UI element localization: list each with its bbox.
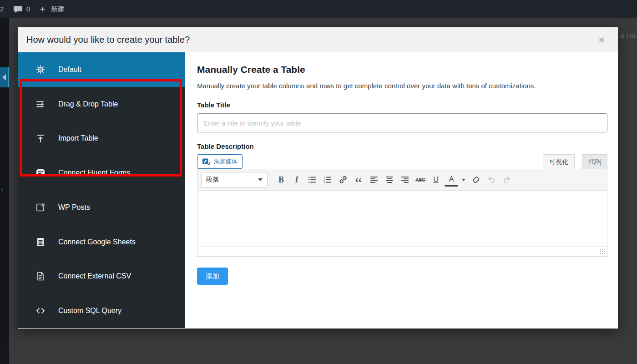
underline-button[interactable]: U — [429, 173, 443, 187]
sidebar-item-wp-posts[interactable]: WP Posts — [18, 190, 185, 225]
add-submit-button[interactable]: 添加 — [197, 268, 228, 285]
tab-code[interactable]: 代码 — [582, 154, 607, 169]
undo-icon[interactable] — [485, 173, 498, 187]
redo-icon[interactable] — [500, 173, 514, 187]
modal-body: Default Drag & Drop Table Import Ta — [18, 52, 618, 328]
modal-header: How would you like to create your table?… — [18, 27, 618, 52]
sidebar-item-connect-google-sheets[interactable]: Connect Google Sheets — [18, 225, 185, 259]
sidebar-item-label: Connect Fluent Forms — [58, 169, 130, 177]
resize-grip-icon[interactable] — [600, 249, 606, 255]
background-page-text: & Do — [620, 32, 635, 40]
sidebar-item-label: Connect Google Sheets — [58, 238, 136, 246]
chevron-down-icon — [258, 178, 263, 181]
comment-count[interactable]: 0 — [26, 0, 30, 18]
bullet-list-icon[interactable] — [305, 173, 319, 187]
upload-icon — [35, 133, 46, 144]
table-title-input[interactable] — [197, 113, 607, 132]
tab-visual[interactable]: 可视化 — [543, 154, 575, 169]
table-description-label: Table Description — [197, 142, 607, 150]
sidebar-item-label: Custom SQL Query — [58, 307, 121, 315]
media-icon — [202, 157, 211, 166]
paragraph-format-value: 段落 — [206, 176, 219, 184]
panel-description: Manually create your table columns and r… — [197, 82, 607, 90]
collapse-menu-icon[interactable] — [0, 187, 3, 192]
align-left-icon[interactable] — [367, 173, 381, 187]
create-table-modal: How would you like to create your table?… — [18, 27, 618, 329]
new-plus-icon[interactable]: + — [40, 0, 45, 18]
editor-content-area[interactable] — [197, 191, 607, 246]
rich-text-editor: 段落 B I — [197, 169, 607, 257]
editor-top-row: 添加媒体 可视化 代码 — [197, 154, 607, 169]
numbered-list-icon[interactable]: 1 2 3 — [321, 173, 334, 187]
link-icon[interactable] — [336, 173, 350, 187]
manual-table-panel: Manually Create a Table Manually create … — [185, 52, 618, 328]
editor-status-bar — [197, 246, 607, 256]
update-count[interactable]: 2 — [0, 0, 4, 18]
active-menu-item[interactable] — [0, 67, 9, 87]
paragraph-format-select[interactable]: 段落 — [201, 172, 268, 187]
strikethrough-button[interactable]: ABC — [414, 173, 427, 187]
sidebar-item-default[interactable]: Default — [18, 52, 185, 87]
italic-button[interactable]: I — [290, 173, 303, 187]
drag-drop-lines-icon — [35, 99, 46, 110]
sidebar-item-label: WP Posts — [58, 203, 90, 212]
fluent-forms-icon — [35, 167, 46, 178]
wp-admin-menu-rail — [0, 18, 9, 364]
close-icon[interactable]: × — [595, 34, 608, 46]
sidebar-item-label: Import Table — [58, 134, 98, 142]
sidebar-item-custom-sql-query[interactable]: Custom SQL Query — [18, 293, 185, 328]
comments-bubble-icon[interactable] — [14, 6, 22, 13]
add-media-button[interactable]: 添加媒体 — [197, 154, 243, 169]
add-media-label: 添加媒体 — [214, 157, 238, 166]
wp-admin-bar: 2 0 + 新建 — [0, 0, 637, 18]
bold-button[interactable]: B — [274, 173, 288, 187]
table-title-label: Table Title — [197, 101, 607, 109]
spreadsheet-icon — [35, 237, 46, 248]
sidebar-item-connect-external-csv[interactable]: Connect External CSV — [18, 259, 185, 294]
editor-toolbar: 段落 B I — [197, 169, 607, 191]
sidebar-item-label: Default — [58, 66, 81, 74]
sidebar-item-import-table[interactable]: Import Table — [18, 121, 185, 156]
align-center-icon[interactable] — [383, 173, 396, 187]
new-button[interactable]: 新建 — [51, 0, 65, 18]
modal-title: How would you like to create your table? — [26, 27, 190, 52]
align-right-icon[interactable] — [398, 173, 412, 187]
code-brackets-icon — [35, 305, 46, 316]
wp-post-icon — [35, 202, 46, 213]
svg-text:3: 3 — [324, 181, 325, 184]
blockquote-icon[interactable]: “ — [352, 173, 365, 187]
panel-heading: Manually Create a Table — [197, 64, 607, 75]
sidebar-item-connect-fluent-forms[interactable]: Connect Fluent Forms — [18, 156, 185, 190]
text-color-button[interactable]: A — [445, 173, 458, 187]
chevron-left-icon — [2, 74, 6, 81]
editor-mode-tabs: 可视化 代码 — [543, 154, 607, 169]
sidebar-item-label: Drag & Drop Table — [58, 100, 118, 108]
gear-icon — [35, 64, 46, 75]
clear-formatting-eraser-icon[interactable] — [469, 173, 483, 187]
text-color-dropdown-icon[interactable] — [460, 173, 467, 187]
sidebar-item-label: Connect External CSV — [58, 272, 131, 280]
csv-document-icon — [35, 271, 46, 282]
sidebar-item-drag-drop-table[interactable]: Drag & Drop Table — [18, 87, 185, 121]
source-type-sidebar: Default Drag & Drop Table Import Ta — [18, 52, 185, 328]
